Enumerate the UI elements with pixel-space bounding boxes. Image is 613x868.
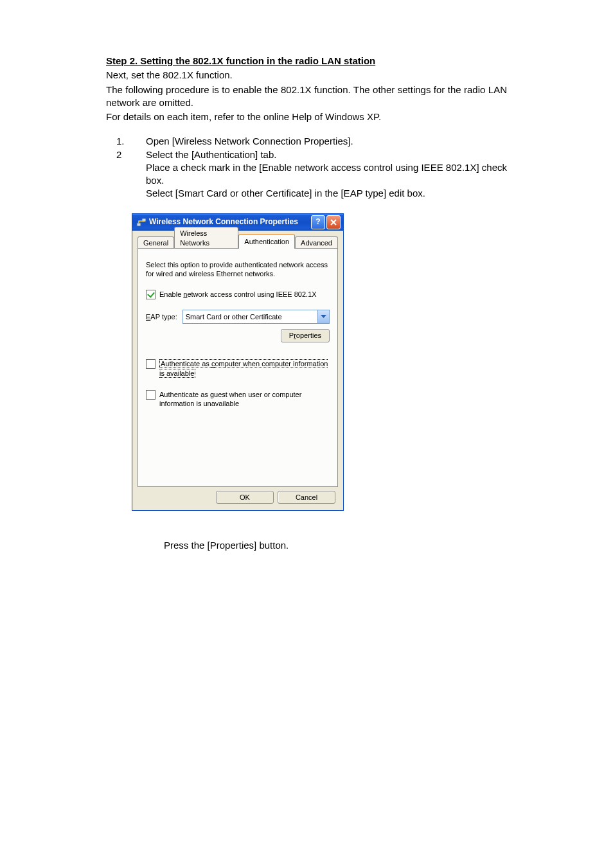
step-item-2: 2 Select the [Authentication] tab. (106, 148, 507, 161)
properties-button[interactable]: Properties (281, 329, 330, 342)
auth-as-computer-checkbox[interactable] (146, 359, 155, 369)
step-item-1: 1. Open [Wireless Network Connection Pro… (106, 135, 507, 148)
properties-dialog: Wireless Network Connection Properties ?… (132, 213, 344, 511)
auth-as-guest-checkbox[interactable] (146, 390, 155, 400)
tab-strip: General Wireless Networks Authentication… (138, 235, 338, 248)
intro-paragraph-2: The following procedure is to enable the… (106, 84, 507, 110)
intro-paragraph-3: For details on each item, refer to the o… (106, 111, 507, 123)
svg-rect-0 (137, 223, 141, 226)
step-number: 2 (106, 148, 146, 161)
close-button[interactable] (326, 215, 341, 229)
cancel-button[interactable]: Cancel (278, 491, 335, 504)
eap-type-select[interactable]: Smart Card or other Certificate (182, 310, 330, 324)
auth-as-computer-row[interactable]: Authenticate as computer when computer i… (146, 359, 330, 378)
step-text: Select the [Authentication] tab. (146, 148, 507, 161)
step-heading: Step 2. Setting the 802.1X function in t… (106, 55, 507, 67)
chevron-down-icon[interactable] (317, 310, 329, 323)
help-button[interactable]: ? (311, 215, 325, 229)
enable-8021x-checkbox[interactable] (146, 290, 155, 299)
auth-as-guest-label: Authenticate as guest when user or compu… (159, 390, 330, 409)
step-subtext-2: Select [Smart Card or other Certificate]… (146, 187, 507, 200)
panel-description: Select this option to provide authentica… (146, 260, 330, 279)
auth-as-computer-label: Authenticate as computer when computer i… (159, 359, 330, 378)
intro-paragraph-1: Next, set the 802.1X function. (106, 69, 507, 82)
dialog-title: Wireless Network Connection Properties (149, 217, 311, 227)
tab-authentication[interactable]: Authentication (238, 234, 295, 249)
step-number: 1. (106, 135, 146, 148)
auth-as-guest-row[interactable]: Authenticate as guest when user or compu… (146, 390, 330, 409)
enable-8021x-label: Enable network access control using IEEE… (159, 290, 317, 299)
eap-type-label: EAP type: (146, 312, 177, 322)
ok-button[interactable]: OK (216, 491, 274, 504)
enable-8021x-row[interactable]: Enable network access control using IEEE… (146, 290, 330, 299)
step-subtext-1: Place a check mark in the [Enable networ… (146, 161, 507, 188)
step-text: Open [Wireless Network Connection Proper… (146, 135, 507, 148)
eap-type-value: Smart Card or other Certificate (183, 312, 317, 322)
post-dialog-instruction: Press the [Properties] button. (164, 539, 507, 552)
tab-wireless-networks[interactable]: Wireless Networks (174, 227, 238, 249)
tab-panel-authentication: Select this option to provide authentica… (138, 248, 338, 487)
network-icon (136, 217, 147, 227)
